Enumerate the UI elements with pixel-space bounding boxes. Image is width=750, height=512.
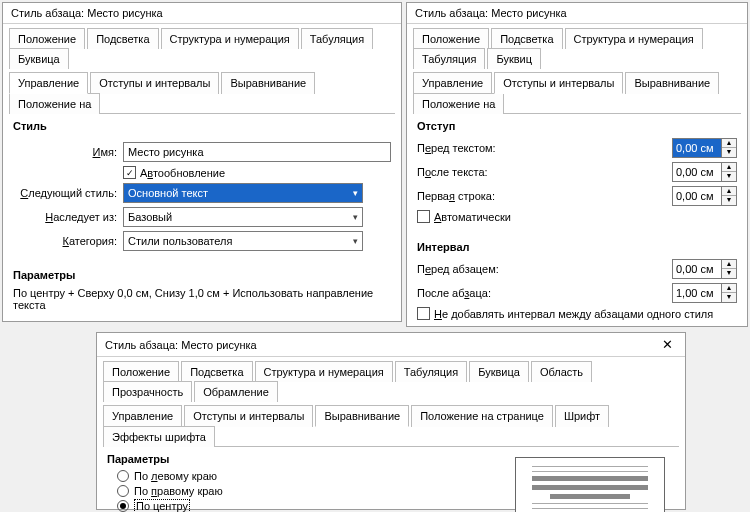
tab-положение-на-странице[interactable]: Положение на странице (411, 405, 553, 427)
tab-отступы-и-интервалы[interactable]: Отступы и интервалы (184, 405, 313, 427)
chevron-down-icon: ▾ (353, 188, 358, 198)
checkbox-icon: ✓ (123, 166, 136, 179)
before-para-spin[interactable]: ▲▼ (672, 259, 737, 279)
section-style: Стиль (3, 114, 401, 134)
tab-выравнивание[interactable]: Выравнивание (315, 405, 409, 427)
params-text: По центру + Сверху 0,0 см, Снизу 1,0 см … (3, 283, 401, 315)
checkbox-icon (417, 307, 430, 320)
tab-эффекты-шрифта[interactable]: Эффекты шрифта (103, 426, 215, 447)
category-combo[interactable]: Стили пользователя ▾ (123, 231, 363, 251)
radio-icon (117, 485, 129, 497)
tabs-row1: ПоложениеПодсветкаСтруктура и нумерацияТ… (3, 24, 401, 68)
tab-положение-на[interactable]: Положение на (413, 93, 504, 114)
name-label: ИИмя:мя: (13, 146, 123, 158)
spin-down-icon[interactable]: ▼ (722, 148, 736, 157)
tab-табуляция[interactable]: Табуляция (413, 48, 485, 69)
tabs-row2: УправлениеОтступы и интервалыВыравнивани… (3, 68, 401, 113)
spin-up-icon[interactable]: ▲ (722, 139, 736, 148)
tab-выравнивание[interactable]: Выравнивание (625, 72, 719, 94)
chevron-down-icon: ▾ (353, 212, 358, 222)
tab-буквица[interactable]: Буквица (9, 48, 69, 69)
after-text-spin[interactable]: ▲▼ (672, 162, 737, 182)
inherit-label: Наследует из: (13, 211, 123, 223)
tab-табуляция[interactable]: Табуляция (301, 28, 373, 49)
section-interval: Интервал (407, 235, 747, 255)
align-radio[interactable]: По правому краю (117, 485, 505, 497)
tab-подсветка[interactable]: Подсветка (491, 28, 562, 49)
tab-буквица[interactable]: Буквица (469, 361, 529, 382)
window-title: Стиль абзаца: Место рисунка (11, 7, 163, 19)
radio-icon (117, 500, 129, 512)
tab-шрифт[interactable]: Шрифт (555, 405, 609, 427)
tabs-row1: ПоложениеПодсветкаСтруктура и нумерацияТ… (407, 24, 747, 68)
close-icon[interactable]: ✕ (657, 337, 677, 352)
tab-управление[interactable]: Управление (103, 405, 182, 427)
before-text-spin[interactable]: ▲▼ (672, 138, 737, 158)
titlebar: Стиль абзаца: Место рисунка (407, 3, 747, 24)
tab-положение[interactable]: Положение (9, 28, 85, 49)
chevron-down-icon: ▾ (353, 236, 358, 246)
tab-область[interactable]: Область (531, 361, 592, 382)
category-label: Категория: (13, 235, 123, 247)
tab-управление[interactable]: Управление (413, 72, 492, 94)
titlebar: Стиль абзаца: Место рисунка ✕ (97, 333, 685, 357)
tab-отступы-и-интервалы[interactable]: Отступы и интервалы (494, 72, 623, 94)
tabs-row1: ПоложениеПодсветкаСтруктура и нумерацияТ… (97, 357, 685, 401)
tab-управление[interactable]: Управление (9, 72, 88, 94)
tab-табуляция[interactable]: Табуляция (395, 361, 467, 382)
window-title: Стиль абзаца: Место рисунка (105, 339, 257, 351)
tab-подсветка[interactable]: Подсветка (181, 361, 252, 382)
after-para-spin[interactable]: ▲▼ (672, 283, 737, 303)
tab-положение[interactable]: Положение (103, 361, 179, 382)
tab-буквиц[interactable]: Буквиц (487, 48, 541, 69)
nextstyle-combo[interactable]: Основной текст ▾ (123, 183, 363, 203)
tab-положение-на[interactable]: Положение на (9, 93, 100, 114)
tab-структура-и-нумерация[interactable]: Структура и нумерация (161, 28, 299, 49)
align-radio[interactable]: По левому краю (117, 470, 505, 482)
section-params: Параметры (3, 263, 401, 283)
inherit-combo[interactable]: Базовый ▾ (123, 207, 363, 227)
align-radio[interactable]: По центру (117, 500, 505, 512)
titlebar: Стиль абзаца: Место рисунка (3, 3, 401, 24)
section-indent: Отступ (407, 114, 747, 134)
auto-check[interactable]: Автоматически (417, 210, 511, 223)
tab-обрамление[interactable]: Обрамление (194, 381, 278, 402)
dialog-left: Стиль абзаца: Место рисунка ПоложениеПод… (2, 2, 402, 322)
dialog-bottom: Стиль абзаца: Место рисунка ✕ ПоложениеП… (96, 332, 686, 510)
tab-отступы-и-интервалы[interactable]: Отступы и интервалы (90, 72, 219, 94)
tab-подсветка[interactable]: Подсветка (87, 28, 158, 49)
tab-структура-и-нумерация[interactable]: Структура и нумерация (255, 361, 393, 382)
nextstyle-label: Следующий стиль: (13, 187, 123, 199)
section-params: Параметры (97, 447, 515, 467)
tab-выравнивание[interactable]: Выравнивание (221, 72, 315, 94)
tab-прозрачность[interactable]: Прозрачность (103, 381, 192, 402)
name-input[interactable] (123, 142, 391, 162)
alignment-preview (515, 457, 665, 512)
tabs-row2: УправлениеОтступы и интервалыВыравнивани… (97, 401, 685, 446)
dialog-right: Стиль абзаца: Место рисунка ПоложениеПод… (406, 2, 748, 327)
first-line-spin[interactable]: ▲▼ (672, 186, 737, 206)
tab-положение[interactable]: Положение (413, 28, 489, 49)
radio-icon (117, 470, 129, 482)
tab-структура-и-нумерация[interactable]: Структура и нумерация (565, 28, 703, 49)
nointerval-check[interactable]: Не добавлять интервал между абзацами одн… (417, 307, 713, 320)
tabs-row2: УправлениеОтступы и интервалыВыравнивани… (407, 68, 747, 113)
window-title: Стиль абзаца: Место рисунка (415, 7, 567, 19)
checkbox-icon (417, 210, 430, 223)
autoupdate-check[interactable]: ✓ Автообновление (123, 166, 225, 179)
